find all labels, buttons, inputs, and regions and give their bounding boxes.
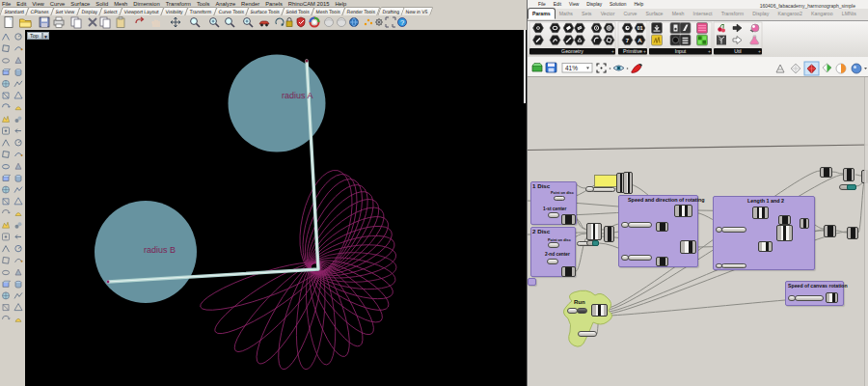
svg-text:Input: Input bbox=[675, 48, 687, 54]
svg-text:Util: Util bbox=[734, 48, 742, 54]
svg-text:radius B: radius B bbox=[144, 245, 176, 255]
svg-text:+: + bbox=[708, 48, 711, 54]
svg-text:+: + bbox=[611, 48, 614, 54]
svg-text:radius A: radius A bbox=[282, 91, 313, 100]
svg-text:Geometry: Geometry bbox=[561, 48, 583, 54]
svg-text:41%: 41% bbox=[565, 65, 578, 71]
svg-text:01: 01 bbox=[637, 25, 642, 31]
svg-text:A: A bbox=[637, 38, 642, 43]
svg-text:+: + bbox=[758, 48, 761, 54]
svg-text:+: + bbox=[643, 48, 646, 54]
svg-text:?: ? bbox=[400, 18, 404, 27]
svg-text:Primitive: Primitive bbox=[623, 48, 642, 54]
